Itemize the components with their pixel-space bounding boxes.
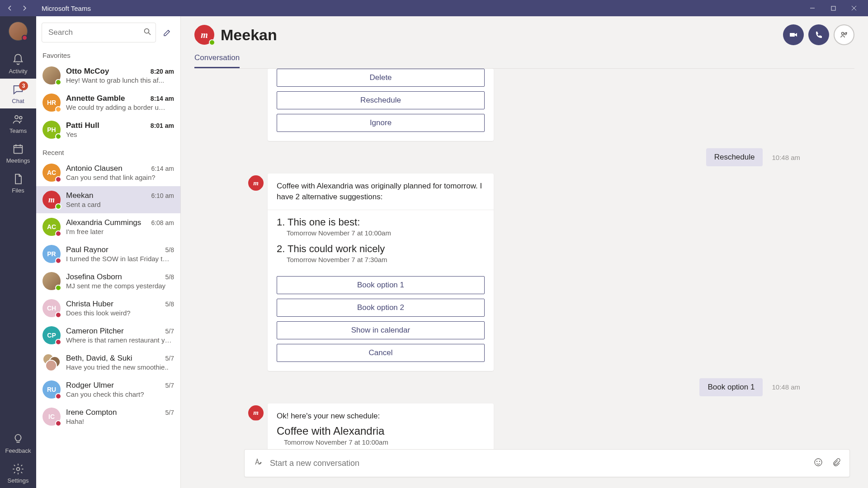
nav-back[interactable] bbox=[4, 2, 16, 14]
card-intro: Ok! here's your new schedule: bbox=[268, 404, 494, 425]
chat-preview: We could try adding a border u… bbox=[66, 103, 174, 111]
chat-name: Cameron Pitcher bbox=[66, 327, 124, 336]
recent-label: Recent bbox=[36, 143, 180, 159]
rail-meetings[interactable]: Meetings bbox=[0, 138, 36, 168]
app-title: Microsoft Teams bbox=[42, 5, 91, 12]
format-button[interactable] bbox=[253, 457, 263, 469]
rail-settings[interactable]: Settings bbox=[0, 458, 36, 488]
window-close[interactable] bbox=[844, 0, 864, 16]
paperclip-icon bbox=[831, 457, 841, 467]
chat-preview: MJ sent me the comps yesterday bbox=[66, 282, 174, 290]
rail-files[interactable]: Files bbox=[0, 168, 36, 198]
people-add-icon bbox=[840, 30, 849, 39]
svg-rect-13 bbox=[790, 33, 795, 37]
chat-list-item[interactable]: Otto McCoy8:20 amHey! Want to grab lunch… bbox=[36, 62, 180, 89]
user-reply: Reschedule 10:48 am bbox=[706, 148, 800, 166]
rail-label: Teams bbox=[9, 127, 27, 134]
ignore-button[interactable]: Ignore bbox=[277, 114, 485, 132]
svg-line-12 bbox=[149, 33, 151, 35]
avatar: PH bbox=[42, 121, 61, 139]
schedule-title: Coffee with Alexandria bbox=[268, 425, 494, 438]
chat-preview: Have you tried the new smoothie.. bbox=[66, 363, 174, 371]
chat-name: Meekan bbox=[66, 191, 93, 200]
option-1-title: 1. This one is best: bbox=[277, 216, 485, 228]
chat-list-item[interactable]: RURodger Ulmer5/7Can you check this char… bbox=[36, 376, 180, 403]
composer-input[interactable] bbox=[270, 459, 806, 468]
svg-point-4 bbox=[15, 115, 18, 118]
svg-point-18 bbox=[820, 461, 820, 462]
attach-button[interactable] bbox=[831, 457, 841, 469]
chat-preview: Sent a card bbox=[66, 201, 174, 208]
audio-call-button[interactable] bbox=[808, 24, 829, 45]
chat-list-item[interactable]: CHChrista Huber5/8Does this look weird? bbox=[36, 295, 180, 322]
book-option-2-button[interactable]: Book option 2 bbox=[277, 299, 485, 317]
option-2-time: Tomorrow November 7 at 7:30am bbox=[277, 256, 485, 263]
svg-rect-1 bbox=[831, 6, 835, 10]
chat-list-item[interactable]: HRAnnette Gamble8:14 amWe could try addi… bbox=[36, 89, 180, 116]
chat-name: Rodger Ulmer bbox=[66, 381, 114, 390]
chat-time: 5/7 bbox=[165, 382, 174, 389]
cancel-button[interactable]: Cancel bbox=[277, 344, 485, 362]
chat-list-item[interactable]: Beth, David, & Suki5/7Have you tried the… bbox=[36, 349, 180, 376]
show-in-calendar-button[interactable]: Show in calendar bbox=[277, 321, 485, 339]
avatar: RU bbox=[42, 380, 61, 399]
tab-conversation[interactable]: Conversation bbox=[194, 50, 240, 68]
avatar: HR bbox=[42, 94, 61, 112]
chat-time: 5/8 bbox=[165, 300, 174, 308]
chat-preview: I'm free later bbox=[66, 228, 174, 235]
user-reply: Book option 1 10:48 am bbox=[699, 378, 800, 396]
svg-point-11 bbox=[145, 29, 149, 33]
app-rail: Activity 3 Chat Teams Meetings Files Fee… bbox=[0, 16, 36, 488]
chat-preview: Does this look weird? bbox=[66, 309, 174, 317]
chat-list-item[interactable]: mMeekan6:10 amSent a card bbox=[36, 186, 180, 213]
chat-preview: Haha! bbox=[66, 418, 174, 425]
add-people-button[interactable] bbox=[834, 24, 854, 45]
rail-activity[interactable]: Activity bbox=[0, 49, 36, 79]
chat-list-item[interactable]: PRPaul Raynor5/8I turned the SOW in last… bbox=[36, 240, 180, 267]
reschedule-button[interactable]: Reschedule bbox=[277, 91, 485, 109]
chat-name: Patti Hull bbox=[66, 121, 99, 130]
rail-chat[interactable]: 3 Chat bbox=[0, 79, 36, 108]
book-option-1-button[interactable]: Book option 1 bbox=[277, 276, 485, 294]
chat-name: Paul Raynor bbox=[66, 245, 108, 254]
chat-preview: Yes bbox=[66, 131, 174, 138]
chat-name: Antonio Clausen bbox=[66, 164, 123, 173]
bot-card-confirmation: Ok! here's your new schedule: Coffee wit… bbox=[268, 404, 494, 449]
video-icon bbox=[789, 30, 798, 39]
emoji-button[interactable] bbox=[813, 457, 823, 469]
conversation-scroll[interactable]: Delete Reschedule Ignore Reschedule 10:4… bbox=[181, 69, 868, 449]
chat-list-item[interactable]: CPCameron Pitcher5/7Where is that ramen … bbox=[36, 322, 180, 349]
chat-time: 5/7 bbox=[165, 409, 174, 416]
chat-list-item[interactable]: ACAlexandria Cummings6:08 amI'm free lat… bbox=[36, 213, 180, 240]
me-avatar[interactable] bbox=[9, 22, 28, 41]
chat-time: 8:14 am bbox=[151, 95, 174, 102]
rail-teams[interactable]: Teams bbox=[0, 108, 36, 138]
delete-button[interactable]: Delete bbox=[277, 69, 485, 87]
group-avatar bbox=[42, 353, 61, 371]
avatar: CH bbox=[42, 299, 61, 317]
video-call-button[interactable] bbox=[783, 24, 804, 45]
compose-button[interactable] bbox=[160, 25, 175, 40]
chat-time: 5/8 bbox=[165, 273, 174, 281]
chat-list-panel: Favorites Otto McCoy8:20 amHey! Want to … bbox=[36, 16, 181, 488]
chat-time: 6:14 am bbox=[151, 165, 174, 172]
chat-list-item[interactable]: PHPatti Hull8:01 amYes bbox=[36, 116, 180, 143]
chat-preview: Can you send that link again? bbox=[66, 174, 174, 181]
window-maximize[interactable] bbox=[823, 0, 844, 16]
rail-label: Feedback bbox=[5, 447, 31, 454]
chat-list-item[interactable]: ACAntonio Clausen6:14 amCan you send tha… bbox=[36, 159, 180, 186]
phone-icon bbox=[815, 31, 823, 39]
search-input[interactable] bbox=[42, 23, 156, 42]
chat-list-item[interactable]: Josefina Osborn5/8MJ sent me the comps y… bbox=[36, 267, 180, 295]
window-minimize[interactable] bbox=[802, 0, 823, 16]
rail-label: Settings bbox=[8, 477, 29, 484]
chat-preview: I turned the SOW in last Friday t… bbox=[66, 255, 174, 263]
nav-forward[interactable] bbox=[18, 2, 31, 14]
chat-list-item[interactable]: ICIrene Compton5/7Haha! bbox=[36, 403, 180, 430]
reply-text: Reschedule bbox=[706, 148, 763, 166]
schedule-time: Tomorrow November 7 at 10:00am bbox=[268, 438, 494, 449]
format-icon bbox=[253, 457, 263, 467]
rail-label: Files bbox=[12, 187, 24, 194]
rail-feedback[interactable]: Feedback bbox=[0, 428, 36, 458]
teams-icon bbox=[12, 113, 24, 126]
